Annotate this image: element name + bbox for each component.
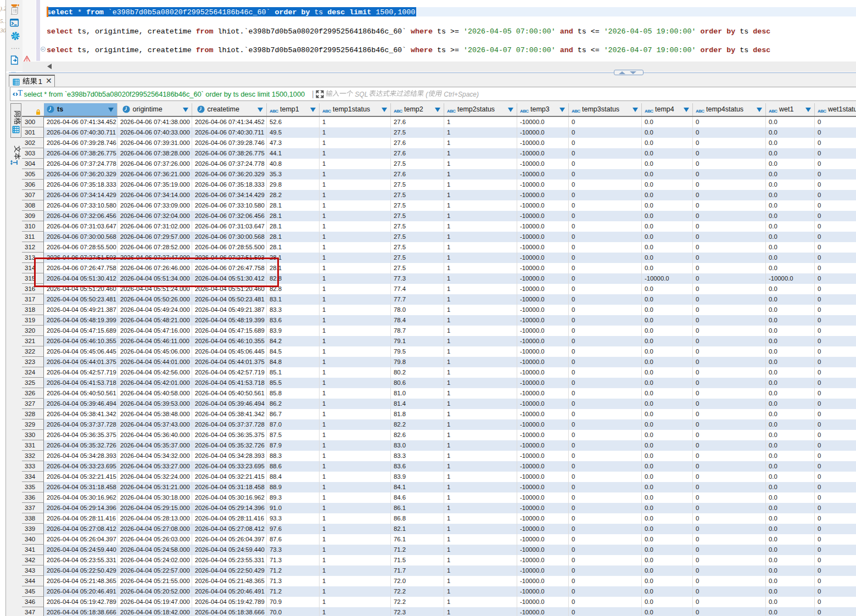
svg-text:T: T	[18, 89, 23, 97]
